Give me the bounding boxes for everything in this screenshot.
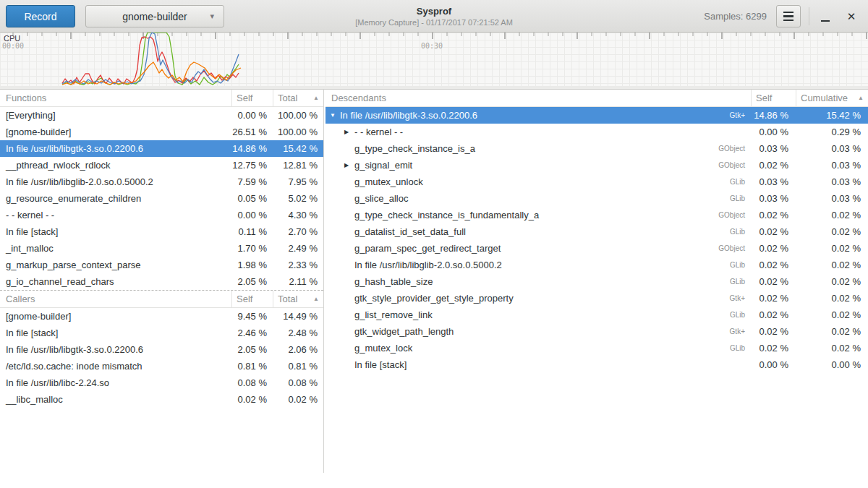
- row-name-cell: g_param_spec_get_redirect_targetGObject: [326, 243, 751, 254]
- time-label-start: 00:00: [2, 42, 24, 50]
- function-name: g_type_check_instance_is_a: [354, 143, 475, 154]
- descendant-row[interactable]: In file /usr/lib/libglib-2.0.so.0.5000.2…: [326, 257, 868, 273]
- descendant-row[interactable]: g_hash_table_sizeGLib0.02 %0.02 %: [326, 273, 868, 290]
- column-header-total[interactable]: Total ▲: [273, 90, 323, 106]
- descendant-row[interactable]: g_slice_allocGLib0.03 %0.03 %: [326, 190, 868, 207]
- descendants-table-header: Descendants Self Cumulative ▲: [326, 90, 868, 107]
- row-cumulative-percent: 0.03 %: [796, 143, 868, 154]
- callers-table-body: [gnome-builder]9.45 %14.49 %In file [sta…: [0, 308, 323, 408]
- row-name: g_resource_enumerate_children: [0, 193, 231, 204]
- descendant-row[interactable]: g_datalist_id_set_data_fullGLib0.02 %0.0…: [326, 223, 868, 240]
- row-total-percent: 2.11 %: [273, 276, 323, 287]
- row-self-percent: 9.45 %: [231, 311, 273, 322]
- column-header-self[interactable]: Self: [751, 90, 796, 106]
- row-self-percent: 0.81 %: [231, 361, 273, 372]
- row-self-percent: 1.70 %: [231, 243, 273, 254]
- row-self-percent: 2.46 %: [231, 328, 273, 338]
- row-self-percent: 1.98 %: [231, 260, 273, 270]
- close-button[interactable]: ✕: [842, 0, 861, 33]
- library-tag: GObject: [718, 161, 751, 169]
- column-header-self[interactable]: Self: [231, 291, 273, 307]
- row-cumulative-percent: 0.02 %: [796, 293, 868, 304]
- row-self-percent: 12.75 %: [231, 160, 273, 171]
- column-header-cumulative[interactable]: Cumulative ▲: [796, 90, 868, 106]
- descendant-row[interactable]: ▶- - kernel - -0.00 %0.29 %: [326, 124, 868, 140]
- row-total-percent: 2.49 %: [273, 243, 323, 254]
- descendant-row[interactable]: g_param_spec_get_redirect_targetGObject0…: [326, 240, 868, 257]
- descendant-row[interactable]: In file [stack]0.00 %0.00 %: [326, 356, 868, 373]
- row-name: [gnome-builder]: [0, 127, 231, 137]
- table-row[interactable]: __pthread_rwlock_rdlock12.75 %12.81 %: [0, 157, 323, 174]
- descendant-row[interactable]: ▶g_signal_emitGObject0.02 %0.03 %: [326, 157, 868, 174]
- row-self-percent: 0.00 %: [751, 127, 796, 137]
- descendant-row[interactable]: ▼In file /usr/lib/libgtk-3.so.0.2200.6Gt…: [326, 107, 868, 124]
- row-name: g_markup_parse_context_parse: [0, 260, 231, 270]
- descendant-row[interactable]: g_mutex_lockGLib0.02 %0.02 %: [326, 340, 868, 356]
- table-row[interactable]: In file /usr/lib/libc-2.24.so0.08 %0.08 …: [0, 374, 323, 391]
- library-tag: Gtk+: [730, 294, 751, 302]
- function-name: gtk_widget_path_length: [354, 326, 454, 337]
- descendant-row[interactable]: g_type_check_instance_is_aGObject0.03 %0…: [326, 140, 868, 157]
- function-name: g_param_spec_get_redirect_target: [354, 243, 501, 254]
- table-row[interactable]: [gnome-builder]9.45 %14.49 %: [0, 308, 323, 325]
- column-header-callers[interactable]: Callers: [0, 291, 231, 307]
- table-row[interactable]: [Everything]0.00 %100.00 %: [0, 107, 323, 124]
- functions-table-header: Functions Self Total ▲: [0, 90, 323, 107]
- close-icon: ✕: [847, 10, 856, 23]
- table-row[interactable]: __libc_malloc0.02 %0.02 %: [0, 391, 323, 408]
- row-total-percent: 5.02 %: [273, 193, 323, 204]
- table-row[interactable]: g_markup_parse_context_parse1.98 %2.33 %: [0, 257, 323, 273]
- expander-closed-icon[interactable]: ▶: [344, 162, 354, 168]
- column-header-descendants[interactable]: Descendants: [326, 90, 751, 106]
- right-pane: Descendants Self Cumulative ▲ ▼In file /…: [326, 90, 868, 473]
- row-self-percent: 0.11 %: [231, 226, 273, 237]
- left-pane: Functions Self Total ▲ [Everything]0.00 …: [0, 90, 324, 473]
- process-selector-dropdown[interactable]: gnome-builder ▾: [85, 5, 224, 27]
- table-row[interactable]: - - kernel - -0.00 %4.30 %: [0, 207, 323, 223]
- table-row[interactable]: [gnome-builder]26.51 %100.00 %: [0, 124, 323, 140]
- record-button[interactable]: Record: [6, 5, 75, 27]
- row-name-cell: g_type_check_instance_is_fundamentally_a…: [326, 210, 751, 221]
- table-row[interactable]: In file /usr/lib/libgtk-3.so.0.2200.62.0…: [0, 341, 323, 358]
- table-row[interactable]: g_io_channel_read_chars2.05 %2.11 %: [0, 273, 323, 290]
- process-selector-value: gnome-builder: [122, 11, 187, 22]
- chevron-down-icon: ▾: [210, 12, 214, 21]
- row-cumulative-percent: 0.02 %: [796, 243, 868, 254]
- table-row[interactable]: _int_malloc1.70 %2.49 %: [0, 240, 323, 257]
- row-total-percent: 2.06 %: [273, 344, 323, 355]
- table-row[interactable]: In file [stack]0.11 %2.70 %: [0, 223, 323, 240]
- row-name-cell: In file /usr/lib/libglib-2.0.so.0.5000.2…: [326, 260, 751, 270]
- row-self-percent: 0.02 %: [751, 160, 796, 171]
- cpu-core-red-line: [62, 37, 239, 84]
- table-row[interactable]: In file [stack]2.46 %2.48 %: [0, 325, 323, 341]
- table-row[interactable]: g_resource_enumerate_children0.05 %5.02 …: [0, 190, 323, 207]
- table-row[interactable]: In file /usr/lib/libglib-2.0.so.0.5000.2…: [0, 174, 323, 190]
- descendant-row[interactable]: gtk_widget_path_lengthGtk+0.02 %0.02 %: [326, 323, 868, 340]
- function-name: g_mutex_lock: [354, 343, 412, 354]
- row-name-cell: g_mutex_lockGLib: [326, 343, 751, 354]
- row-name: /etc/ld.so.cache: inode mismatch: [0, 361, 231, 372]
- expander-open-icon[interactable]: ▼: [330, 112, 340, 119]
- row-name: [Everything]: [0, 110, 231, 121]
- row-self-percent: 0.02 %: [751, 210, 796, 221]
- expander-closed-icon[interactable]: ▶: [344, 129, 354, 135]
- column-header-self[interactable]: Self: [231, 90, 273, 106]
- row-self-percent: 14.86 %: [231, 143, 273, 154]
- minimize-button[interactable]: [816, 0, 835, 33]
- function-name: - - kernel - -: [354, 127, 403, 137]
- row-name: In file [stack]: [0, 226, 231, 237]
- cpu-timeline-graph[interactable]: CPU 00:00 00:30: [0, 33, 868, 90]
- descendant-row[interactable]: g_type_check_instance_is_fundamentally_a…: [326, 207, 868, 223]
- menu-button[interactable]: [776, 5, 801, 27]
- descendant-row[interactable]: g_list_remove_linkGLib0.02 %0.02 %: [326, 307, 868, 323]
- row-name: In file /usr/lib/libc-2.24.so: [0, 377, 231, 388]
- minimize-icon: [821, 20, 830, 22]
- function-name: g_signal_emit: [354, 160, 412, 171]
- table-row[interactable]: In file /usr/lib/libgtk-3.so.0.2200.614.…: [0, 140, 323, 157]
- table-row[interactable]: /etc/ld.so.cache: inode mismatch0.81 %0.…: [0, 358, 323, 374]
- column-header-total[interactable]: Total ▲: [273, 291, 323, 307]
- column-header-functions[interactable]: Functions: [0, 90, 231, 106]
- descendant-row[interactable]: gtk_style_provider_get_style_propertyGtk…: [326, 290, 868, 307]
- descendant-row[interactable]: g_mutex_unlockGLib0.03 %0.03 %: [326, 174, 868, 190]
- library-tag: GObject: [718, 145, 751, 153]
